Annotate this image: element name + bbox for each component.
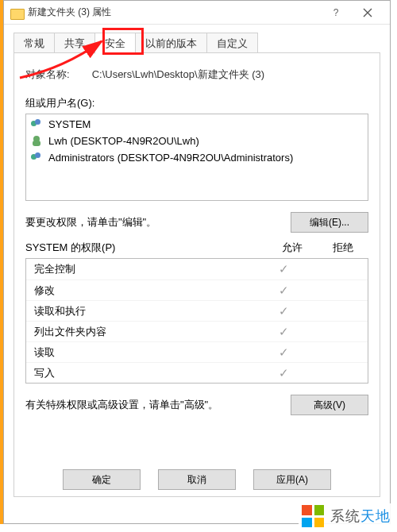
- permissions-list: 完全控制✓修改✓读取和执行✓列出文件夹内容✓读取✓写入✓: [25, 258, 368, 384]
- allow-check-icon: ✓: [258, 283, 309, 298]
- permission-name: 修改: [34, 283, 258, 298]
- security-panel: 对象名称: C:\Users\Lwh\Desktop\新建文件夹 (3) 组或用…: [13, 52, 380, 497]
- tab-sharing[interactable]: 共享: [54, 33, 95, 53]
- help-button[interactable]: ?: [320, 2, 352, 24]
- list-item[interactable]: Administrators (DESKTOP-4N9R2OU\Administ…: [26, 149, 368, 166]
- group-icon: [31, 152, 44, 164]
- permission-row: 读取和执行✓: [26, 300, 368, 321]
- permission-row: 修改✓: [26, 279, 368, 300]
- allow-check-icon: ✓: [258, 366, 309, 380]
- tab-security[interactable]: 安全: [94, 33, 136, 54]
- ms-logo-icon: [302, 505, 324, 527]
- apply-button[interactable]: 应用(A): [253, 469, 331, 490]
- allow-check-icon: ✓: [258, 304, 309, 318]
- permission-name: 完全控制: [34, 262, 258, 276]
- permission-name: 写入: [34, 366, 258, 380]
- close-button[interactable]: [352, 2, 384, 24]
- groups-list[interactable]: SYSTEM Lwh (DESKTOP-4N9R2OU\Lwh) Adminis…: [25, 114, 368, 201]
- group-icon: [31, 119, 44, 130]
- list-item[interactable]: SYSTEM: [26, 116, 368, 133]
- col-allow: 允许: [267, 241, 318, 255]
- list-item[interactable]: Lwh (DESKTOP-4N9R2OU\Lwh): [26, 133, 368, 149]
- allow-check-icon: ✓: [258, 345, 309, 360]
- permission-row: 完全控制✓: [26, 259, 368, 279]
- col-deny: 拒绝: [318, 241, 368, 255]
- tab-customize[interactable]: 自定义: [206, 33, 258, 53]
- group-name: Administrators (DESKTOP-4N9R2OU\Administ…: [48, 152, 293, 164]
- object-path: C:\Users\Lwh\Desktop\新建文件夹 (3): [92, 67, 264, 82]
- permission-name: 读取: [34, 345, 258, 360]
- permission-row: 读取✓: [26, 341, 368, 362]
- edit-button[interactable]: 编辑(E)...: [291, 212, 368, 233]
- group-name: SYSTEM: [48, 118, 91, 130]
- allow-check-icon: ✓: [258, 325, 309, 339]
- groups-label: 组或用户名(G):: [25, 96, 368, 110]
- allow-check-icon: ✓: [258, 262, 309, 276]
- group-name: Lwh (DESKTOP-4N9R2OU\Lwh): [48, 135, 199, 147]
- ok-button[interactable]: 确定: [63, 469, 141, 490]
- folder-icon: [10, 7, 23, 18]
- cancel-button[interactable]: 取消: [158, 469, 236, 490]
- edit-hint: 要更改权限，请单击"编辑"。: [25, 215, 156, 229]
- advanced-hint: 有关特殊权限或高级设置，请单击"高级"。: [25, 398, 218, 412]
- permission-name: 读取和执行: [34, 304, 258, 318]
- permission-row: 列出文件夹内容✓: [26, 321, 368, 341]
- permission-name: 列出文件夹内容: [34, 325, 258, 339]
- advanced-button[interactable]: 高级(V): [291, 395, 368, 415]
- properties-dialog: 新建文件夹 (3) 属性 ? 常规 共享 安全 以前的版本 自定义 对象名称: …: [3, 0, 391, 524]
- object-name-label: 对象名称:: [25, 67, 70, 82]
- permissions-header: SYSTEM 的权限(P): [25, 241, 267, 255]
- watermark: 系统天地: [299, 503, 394, 529]
- user-icon: [31, 136, 44, 147]
- tab-general[interactable]: 常规: [13, 33, 55, 53]
- permission-row: 写入✓: [26, 362, 368, 383]
- titlebar: 新建文件夹 (3) 属性 ?: [4, 1, 390, 25]
- tab-strip: 常规 共享 安全 以前的版本 自定义: [13, 31, 380, 53]
- window-title: 新建文件夹 (3) 属性: [28, 6, 111, 19]
- tab-previous-versions[interactable]: 以前的版本: [135, 33, 207, 53]
